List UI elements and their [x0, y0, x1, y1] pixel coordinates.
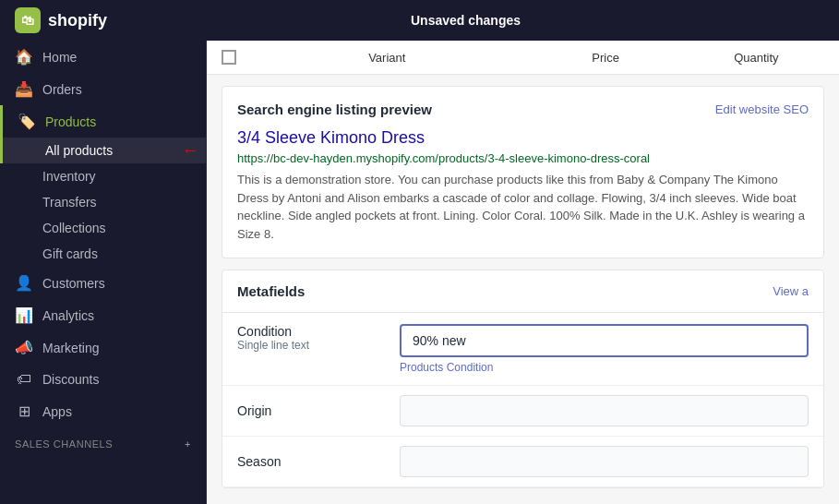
customers-icon: 👤	[15, 274, 33, 292]
metafields-section: Metafields View a Condition Single line …	[222, 270, 824, 488]
origin-input[interactable]	[400, 395, 809, 426]
shopify-bag-icon: 🛍	[15, 7, 41, 33]
logo[interactable]: 🛍 shopify	[15, 7, 107, 33]
sidebar-item-orders[interactable]: 📥 Orders	[0, 73, 206, 105]
column-price: Price	[538, 51, 674, 65]
sidebar: 🏠 Home 📥 Orders 🏷️ Products All products…	[0, 41, 207, 504]
seo-section: Search engine listing preview Edit websi…	[222, 86, 824, 258]
metafield-season-row: Season	[222, 437, 823, 487]
gift-cards-label: Gift cards	[42, 246, 98, 261]
condition-sublabel: Single line text	[237, 339, 385, 352]
sidebar-item-analytics[interactable]: 📊 Analytics	[0, 299, 206, 331]
condition-label: Condition	[237, 324, 385, 339]
origin-label: Origin	[237, 403, 385, 418]
main-content: Variant Price Quantity Search engine lis…	[207, 41, 839, 504]
arrow-annotation: ←	[182, 141, 198, 161]
season-label: Season	[237, 454, 385, 469]
home-icon: 🏠	[15, 48, 33, 66]
origin-input-col	[400, 395, 809, 426]
sidebar-subitem-collections[interactable]: Collections	[0, 215, 206, 241]
analytics-icon: 📊	[15, 306, 33, 324]
sidebar-item-products-label: Products	[45, 114, 96, 129]
season-input-col	[400, 446, 809, 477]
origin-label-col: Origin	[237, 403, 385, 418]
sidebar-item-home[interactable]: 🏠 Home	[0, 41, 206, 73]
topbar-title: Unsaved changes	[107, 13, 824, 28]
products-icon: 🏷️	[18, 113, 36, 130]
seo-url[interactable]: https://bc-dev-hayden.myshopify.com/prod…	[237, 151, 809, 165]
condition-input[interactable]	[400, 324, 809, 357]
sidebar-item-marketing-label: Marketing	[42, 341, 99, 355]
view-all-metafields-link[interactable]: View a	[773, 284, 809, 298]
season-input[interactable]	[400, 446, 809, 477]
variants-table-header: Variant Price Quantity	[207, 41, 839, 75]
sidebar-item-discounts-label: Discounts	[42, 372, 99, 387]
column-quantity: Quantity	[689, 51, 824, 65]
topbar: 🛍 shopify Unsaved changes	[0, 0, 839, 41]
sidebar-item-discounts[interactable]: 🏷 Discounts	[0, 364, 206, 395]
seo-section-title: Search engine listing preview	[237, 102, 432, 117]
metafields-title: Metafields	[237, 283, 305, 299]
season-label-col: Season	[237, 454, 385, 469]
all-products-label: All products	[45, 143, 113, 158]
metafield-origin-row: Origin	[222, 386, 823, 437]
sidebar-item-products[interactable]: 🏷️ Products	[0, 105, 206, 138]
condition-hint: Products Condition	[400, 361, 809, 374]
condition-label-col: Condition Single line text	[237, 324, 385, 352]
column-variant: Variant	[251, 51, 523, 65]
condition-input-col: ← Products Condition	[400, 324, 809, 374]
sales-channels-section: SALES CHANNELS +	[0, 427, 206, 453]
metafields-header: Metafields View a	[222, 270, 823, 313]
edit-seo-link[interactable]: Edit website SEO	[715, 102, 809, 116]
sidebar-item-marketing[interactable]: 📣 Marketing	[0, 331, 206, 364]
select-all-checkbox[interactable]	[222, 50, 236, 65]
sidebar-item-customers-label: Customers	[42, 276, 105, 291]
seo-section-header: Search engine listing preview Edit websi…	[237, 102, 809, 117]
marketing-icon: 📣	[15, 339, 33, 356]
inventory-label: Inventory	[42, 169, 96, 184]
orders-icon: 📥	[15, 80, 33, 98]
seo-product-title[interactable]: 3/4 Sleeve Kimono Dress	[237, 128, 809, 148]
sidebar-item-orders-label: Orders	[42, 82, 82, 97]
sidebar-item-apps-label: Apps	[42, 404, 72, 419]
discounts-icon: 🏷	[15, 371, 33, 388]
sidebar-subitem-transfers[interactable]: Transfers	[0, 189, 206, 215]
logo-text: shopify	[48, 11, 107, 30]
transfers-label: Transfers	[42, 195, 97, 210]
sidebar-subitem-inventory[interactable]: Inventory	[0, 163, 206, 189]
apps-icon: ⊞	[15, 402, 33, 420]
metafield-condition-row: Condition Single line text ← Products Co…	[222, 313, 823, 386]
sidebar-subitem-gift-cards[interactable]: Gift cards	[0, 241, 206, 267]
sidebar-subitem-all-products[interactable]: All products ←	[0, 138, 206, 163]
sidebar-item-analytics-label: Analytics	[42, 308, 94, 323]
add-sales-channel-button[interactable]: +	[185, 438, 191, 450]
sidebar-item-home-label: Home	[42, 50, 77, 65]
sidebar-item-customers[interactable]: 👤 Customers	[0, 267, 206, 299]
seo-description: This is a demonstration store. You can p…	[237, 171, 809, 243]
collections-label: Collections	[42, 221, 105, 235]
sidebar-item-apps[interactable]: ⊞ Apps	[0, 395, 206, 427]
